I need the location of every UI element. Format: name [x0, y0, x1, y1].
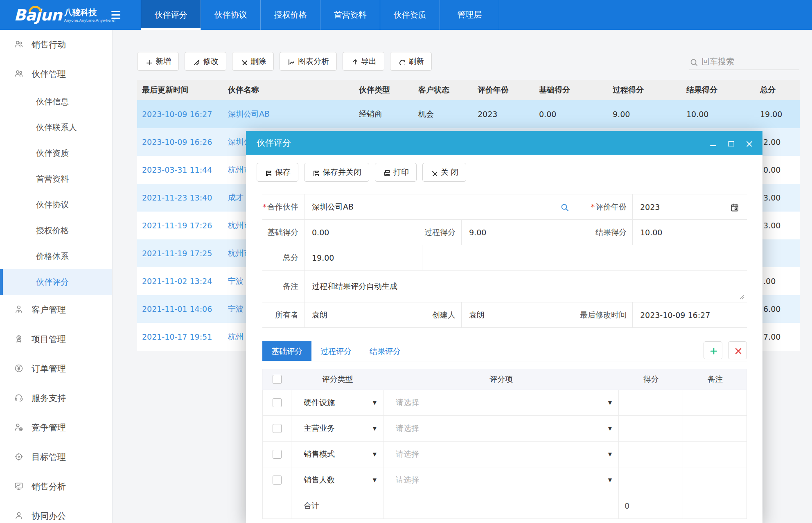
tab-process-score[interactable]: 过程评分 [311, 341, 361, 361]
modal-titlebar[interactable]: 伙伴评分 [246, 131, 762, 155]
print-button[interactable]: 打印 [375, 163, 417, 182]
score-type-select[interactable]: 销售模式 ▼ [291, 442, 383, 467]
sidebar-item-label: 目标管理 [32, 451, 66, 463]
column-header[interactable]: 总分 [755, 85, 800, 95]
maximize-icon[interactable] [726, 139, 734, 147]
cell-partner-name-link[interactable]: 深圳公司AB [223, 109, 354, 119]
sidebar-item-customer-management[interactable]: 客户管理 [0, 295, 112, 325]
score-tabs: 基础评分 过程评分 结果评分 [262, 341, 747, 361]
table-row[interactable]: 2023-10-09 16:27 深圳公司AB 经销商 机会 2023 0.00… [137, 100, 800, 128]
refresh-button[interactable]: 刷新 [390, 52, 432, 71]
sidebar-item-price-system[interactable]: 价格体系 [0, 243, 112, 269]
close-icon[interactable] [744, 139, 752, 147]
close-button[interactable]: 关 闭 [422, 163, 466, 182]
column-header[interactable]: 伙伴名称 [223, 85, 354, 95]
nav-tab-authorized-price[interactable]: 授权价格 [260, 0, 320, 30]
score-input[interactable] [619, 390, 683, 415]
sidebar-item-competition-management[interactable]: 竞争管理 [0, 413, 112, 442]
remark-input[interactable] [683, 467, 747, 493]
sidebar-item-partner-info[interactable]: 伙伴信息 [0, 89, 112, 115]
required-asterisk: * [263, 202, 267, 211]
partner-score-modal: 伙伴评分 保存 保存并关闭 打印 关 闭 *合作伙伴 深圳公司AB [246, 131, 762, 523]
score-input[interactable] [619, 467, 683, 493]
add-row-button[interactable] [704, 341, 722, 359]
row-checkbox[interactable] [273, 424, 282, 433]
sidebar-item-partner-contacts[interactable]: 伙伴联系人 [0, 115, 112, 140]
save-and-close-button[interactable]: 保存并关闭 [304, 163, 369, 182]
year-field[interactable]: 2023 [632, 194, 747, 219]
chevron-down-icon: ▼ [608, 400, 612, 406]
tab-base-score[interactable]: 基础评分 [262, 341, 311, 361]
score-type-select[interactable]: 销售人数 ▼ [291, 467, 383, 493]
sidebar-item-partner-qualification[interactable]: 伙伴资质 [0, 140, 112, 166]
sidebar-item-sales-analysis[interactable]: 销售分析 [0, 472, 112, 501]
creator-label: 创建人 [432, 310, 461, 320]
sidebar-item-partner-management[interactable]: 伙伴管理 [0, 59, 112, 89]
button-label: 打印 [393, 167, 409, 178]
tab-result-score[interactable]: 结果评分 [361, 341, 410, 361]
add-button[interactable]: 新增 [137, 52, 179, 71]
score-item-select[interactable]: 请选择 ▼ [383, 467, 619, 493]
column-header[interactable]: 伙伴类型 [354, 85, 413, 95]
remark-input[interactable] [683, 416, 747, 441]
remark-input[interactable] [683, 390, 747, 415]
nav-tab-partner-qualification[interactable]: 伙伴资质 [380, 0, 440, 30]
score-input[interactable] [619, 416, 683, 441]
column-header[interactable]: 评价年份 [473, 85, 534, 95]
list-toolbar: 新增 修改 删除 图表分析 导出 刷新 [137, 52, 432, 71]
cell-last-updated: 2021-11-19 17:26 [137, 221, 223, 230]
sidebar-item-partner-agreement[interactable]: 伙伴协议 [0, 192, 112, 218]
edit-button[interactable]: 修改 [185, 52, 226, 71]
delete-button[interactable]: 删除 [232, 52, 274, 71]
score-item-select[interactable]: 请选择 ▼ [383, 442, 619, 467]
partner-field[interactable]: 深圳公司AB [304, 194, 577, 219]
search-input[interactable]: 回车搜索 [689, 54, 799, 70]
sidebar-item-service-support[interactable]: 服务支持 [0, 383, 112, 413]
sidebar-item-order-management[interactable]: 订单管理 [0, 354, 112, 383]
column-header[interactable]: 结果得分 [681, 85, 755, 95]
score-item-select[interactable]: 请选择 ▼ [383, 416, 619, 441]
score-row: 硬件设施 ▼ 请选择 ▼ [262, 390, 747, 416]
creator-value: 袁朗 [461, 302, 577, 327]
sidebar-item-collaboration[interactable]: 协同办公 [0, 501, 112, 523]
sidebar-item-goal-management[interactable]: 目标管理 [0, 442, 112, 472]
users-icon [14, 39, 25, 50]
sidebar-item-first-sale-docs[interactable]: 首营资料 [0, 166, 112, 192]
sidebar-item-sales-action[interactable]: 销售行动 [0, 30, 112, 59]
button-label: 刷新 [408, 56, 424, 67]
resize-handle-icon[interactable] [738, 293, 744, 300]
process-score-label: 过程得分 [424, 227, 461, 238]
row-checkbox[interactable] [273, 450, 282, 459]
year-field-value: 2023 [640, 203, 660, 212]
chevron-down-icon: ▼ [608, 477, 612, 483]
hamburger-menu-icon[interactable] [111, 0, 136, 30]
save-button[interactable]: 保存 [257, 163, 298, 182]
score-input[interactable] [619, 442, 683, 467]
remark-field[interactable]: 过程和结果评分自动生成 [304, 271, 747, 302]
calendar-icon[interactable] [730, 203, 739, 212]
row-checkbox[interactable] [273, 476, 282, 485]
delete-row-button[interactable] [728, 341, 747, 359]
export-button[interactable]: 导出 [343, 52, 384, 71]
nav-tab-partner-agreement[interactable]: 伙伴协议 [201, 0, 260, 30]
sidebar-item-authorized-price[interactable]: 授权价格 [0, 218, 112, 243]
sidebar-item-partner-score[interactable]: 伙伴评分 [0, 269, 112, 295]
score-type-select[interactable]: 硬件设施 ▼ [291, 390, 383, 415]
search-icon[interactable] [560, 203, 569, 212]
row-checkbox[interactable] [273, 398, 282, 407]
column-header[interactable]: 最后更新时间 [137, 85, 223, 95]
minimize-icon[interactable] [708, 139, 716, 147]
column-header[interactable]: 客户状态 [413, 85, 473, 95]
column-header[interactable]: 基础得分 [534, 85, 608, 95]
column-header[interactable]: 过程得分 [608, 85, 681, 95]
chart-analysis-button[interactable]: 图表分析 [280, 52, 337, 71]
nav-tab-partner-score[interactable]: 伙伴评分 [141, 0, 201, 30]
score-item-select[interactable]: 请选择 ▼ [383, 390, 619, 415]
score-type-select[interactable]: 主营业务 ▼ [291, 416, 383, 441]
x-icon [240, 58, 247, 65]
sidebar-item-project-management[interactable]: 项目管理 [0, 325, 112, 354]
nav-tab-first-sale-docs[interactable]: 首营资料 [320, 0, 380, 30]
select-all-checkbox[interactable] [273, 375, 282, 384]
remark-input[interactable] [683, 442, 747, 467]
nav-tab-management[interactable]: 管理层 [440, 0, 499, 30]
